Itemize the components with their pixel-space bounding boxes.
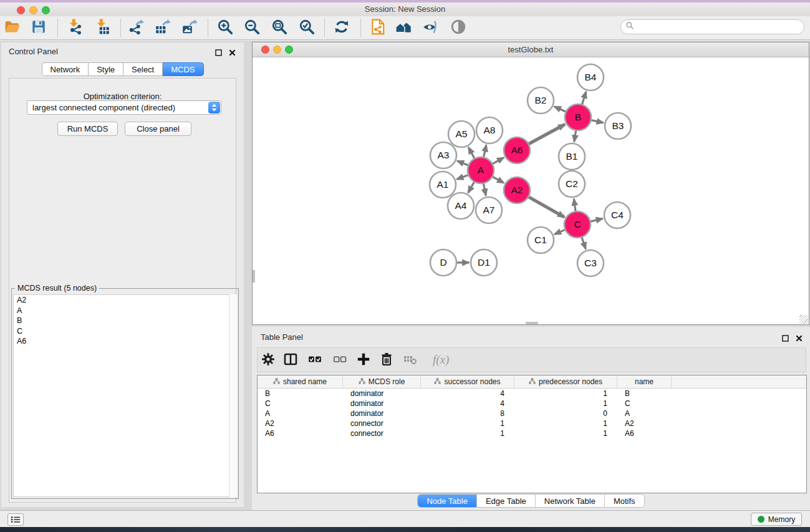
table-cell[interactable]: A6 xyxy=(258,428,343,438)
column-header-MCDS-role[interactable]: MCDS role xyxy=(343,375,421,388)
table-row[interactable]: Cdominator41C xyxy=(258,399,806,409)
column-header-successor-nodes[interactable]: successor nodes xyxy=(421,375,514,388)
close-panel-button[interactable]: Close panel xyxy=(125,122,191,136)
table-cell[interactable]: connector xyxy=(343,418,421,428)
import-network-button[interactable] xyxy=(65,18,85,38)
tab-network-table[interactable]: Network Table xyxy=(535,495,604,507)
graph-node-C1[interactable]: C1 xyxy=(528,227,554,253)
graph-node-D[interactable]: D xyxy=(430,249,456,276)
float-panel-icon[interactable] xyxy=(215,47,223,55)
table-row[interactable]: Adominator80A xyxy=(258,409,806,418)
export-table-button[interactable] xyxy=(153,18,173,38)
table-cell[interactable]: A xyxy=(258,409,343,418)
mcds-result-item[interactable]: B xyxy=(14,316,236,326)
network-horizontal-scroll-thumb[interactable] xyxy=(526,322,538,324)
table-cell[interactable]: 8 xyxy=(421,409,514,418)
table-cell[interactable]: B xyxy=(617,389,672,399)
optimization-criterion-select[interactable]: largest connected component (directed) xyxy=(27,100,221,115)
mcds-result-scrollbar[interactable] xyxy=(229,294,237,497)
tab-network[interactable]: Network xyxy=(41,62,89,76)
graph-node-B1[interactable]: B1 xyxy=(559,143,585,170)
table-cell[interactable]: 1 xyxy=(514,428,617,438)
select-all-rows-button[interactable] xyxy=(306,352,324,369)
zoom-out-button[interactable] xyxy=(242,18,262,38)
table-cell[interactable]: C xyxy=(258,399,343,409)
graph-node-C[interactable]: C xyxy=(564,211,591,238)
close-panel-icon[interactable] xyxy=(229,47,236,55)
column-header-shared-name[interactable]: shared name xyxy=(258,375,343,388)
graph-node-A4[interactable]: A4 xyxy=(448,193,474,219)
graph-node-D1[interactable]: D1 xyxy=(471,249,497,276)
table-float-panel-icon[interactable] xyxy=(782,333,789,341)
tab-style[interactable]: Style xyxy=(89,62,123,76)
table-cell[interactable]: C xyxy=(617,399,672,409)
zoom-in-button[interactable] xyxy=(215,18,235,38)
mcds-result-item[interactable]: A xyxy=(14,306,236,316)
table-cell[interactable]: A2 xyxy=(617,418,672,428)
graph-node-A7[interactable]: A7 xyxy=(476,197,502,223)
hide-panels-button[interactable] xyxy=(420,18,440,38)
table-cell[interactable]: dominator xyxy=(343,399,421,409)
graph-node-A8[interactable]: A8 xyxy=(476,117,503,143)
column-header-predecessor-nodes[interactable]: predecessor nodes xyxy=(514,375,617,388)
table-cell[interactable]: 1 xyxy=(421,428,514,438)
tab-node-table[interactable]: Node Table xyxy=(418,495,476,507)
graph-node-A2[interactable]: A2 xyxy=(504,177,530,203)
graph-node-A5[interactable]: A5 xyxy=(448,121,475,147)
table-cell[interactable]: dominator xyxy=(343,389,421,399)
open-session-button[interactable] xyxy=(2,18,22,38)
mcds-result-item[interactable]: A6 xyxy=(14,336,236,347)
graph-node-C3[interactable]: C3 xyxy=(577,250,604,276)
birdseye-view-button[interactable] xyxy=(448,18,468,38)
graph-node-A6[interactable]: A6 xyxy=(504,137,530,163)
graph-node-A[interactable]: A xyxy=(468,157,494,183)
tab-motifs[interactable]: Motifs xyxy=(604,495,644,507)
search-input[interactable] xyxy=(637,22,804,31)
graph-edge-A2-C[interactable] xyxy=(526,195,564,217)
export-network-button[interactable] xyxy=(126,18,146,38)
graph-node-B3[interactable]: B3 xyxy=(605,113,631,139)
delete-columns-button[interactable] xyxy=(378,352,395,369)
import-table-button[interactable] xyxy=(92,18,112,38)
table-cell[interactable]: 4 xyxy=(421,389,514,399)
table-cell[interactable]: dominator xyxy=(343,409,421,418)
deselect-all-rows-button[interactable] xyxy=(331,352,349,369)
network-resize-grip[interactable] xyxy=(799,315,808,324)
refresh-layout-button[interactable] xyxy=(332,18,352,38)
graph-edge-A6-B[interactable] xyxy=(526,124,565,145)
table-cell[interactable]: 0 xyxy=(514,409,617,418)
mcds-result-item[interactable]: C xyxy=(14,326,236,337)
table-cell[interactable]: A2 xyxy=(258,418,343,428)
zoom-fit-button[interactable] xyxy=(269,18,289,38)
table-row[interactable]: A6connector11A6 xyxy=(258,428,806,438)
table-settings-button[interactable] xyxy=(259,352,277,369)
table-close-panel-icon[interactable] xyxy=(796,333,803,341)
table-cell[interactable]: A xyxy=(617,409,672,418)
mcds-result-item[interactable]: A2 xyxy=(14,295,236,306)
table-cell[interactable]: 1 xyxy=(514,389,617,399)
graph-node-A1[interactable]: A1 xyxy=(430,172,456,198)
memory-button[interactable]: Memory xyxy=(751,513,802,526)
table-cell[interactable]: connector xyxy=(343,428,421,438)
column-header-name[interactable]: name xyxy=(617,375,672,388)
network-from-file-button[interactable] xyxy=(368,18,388,38)
tab-mcds[interactable]: MCDS xyxy=(163,62,203,76)
network-canvas[interactable]: B4 B2 B B3 A5 A8 A6 A3 B1 A A1 C2 A2 xyxy=(253,57,809,324)
table-row[interactable]: A2connector11A2 xyxy=(258,418,806,428)
table-row[interactable]: Bdominator41B xyxy=(258,389,806,399)
table-cell[interactable]: 1 xyxy=(421,418,514,428)
save-session-button[interactable] xyxy=(29,18,49,38)
graph-node-A3[interactable]: A3 xyxy=(430,142,456,168)
table-cell[interactable]: 4 xyxy=(421,399,514,409)
graph-node-C2[interactable]: C2 xyxy=(559,171,585,197)
run-mcds-button[interactable]: Run MCDS xyxy=(57,122,118,136)
tab-select[interactable]: Select xyxy=(123,62,163,76)
graph-node-B2[interactable]: B2 xyxy=(528,87,554,114)
home-button[interactable] xyxy=(393,18,413,38)
tab-edge-table[interactable]: Edge Table xyxy=(476,495,535,507)
task-history-button[interactable] xyxy=(7,513,24,526)
graph-node-B[interactable]: B xyxy=(565,104,591,130)
table-cell[interactable]: 1 xyxy=(514,418,617,428)
graph-node-C4[interactable]: C4 xyxy=(604,202,630,228)
zoom-selected-button[interactable] xyxy=(297,18,317,38)
